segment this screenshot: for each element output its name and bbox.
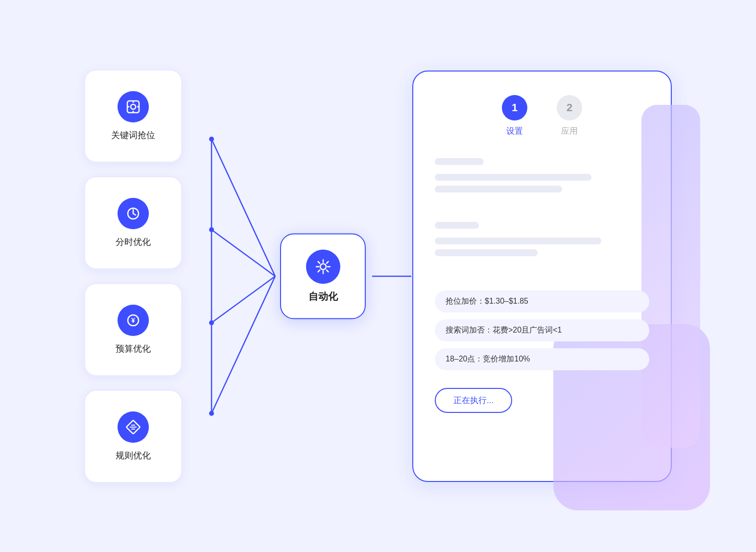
right-connector — [372, 275, 411, 278]
svg-line-32 — [318, 270, 320, 272]
svg-text:¥: ¥ — [131, 316, 135, 324]
placeholder-line-4 — [435, 222, 479, 229]
feature-card-rule[interactable]: 规则优化 — [84, 390, 182, 483]
info-tag-1: 搜索词加否：花费>20且广告词<1 — [435, 319, 649, 341]
steps-header: 1 设置 2 应用 — [435, 95, 649, 137]
svg-point-22 — [209, 320, 214, 325]
feature-card-time[interactable]: 分时优化 — [84, 176, 182, 269]
right-panel: 1 设置 2 应用 — [412, 71, 672, 482]
feature-card-budget[interactable]: ¥ 预算优化 — [84, 283, 182, 376]
svg-line-8 — [133, 214, 136, 215]
budget-icon: ¥ — [118, 305, 149, 336]
svg-point-20 — [209, 137, 214, 142]
step-2: 2 应用 — [557, 95, 582, 137]
rule-icon — [118, 411, 149, 443]
keyword-icon — [118, 91, 149, 122]
svg-line-30 — [327, 270, 329, 272]
section-1-placeholders — [435, 158, 649, 197]
keyword-label: 关键词抢位 — [111, 129, 155, 141]
svg-point-23 — [209, 411, 214, 416]
svg-line-31 — [327, 262, 329, 264]
placeholder-line-6 — [435, 249, 538, 256]
feature-cards-group: 关键词抢位 分时优化 ¥ 预算优化 — [84, 70, 182, 483]
automation-box[interactable]: 自动化 — [280, 233, 366, 319]
info-tag-2: 18–20点：竞价增加10% — [435, 348, 649, 370]
svg-point-24 — [320, 264, 326, 269]
placeholder-line-5 — [435, 238, 601, 244]
svg-line-18 — [212, 276, 275, 323]
feature-card-keyword[interactable]: 关键词抢位 — [84, 70, 182, 163]
placeholder-line-3 — [435, 186, 562, 192]
execute-button[interactable]: 正在执行... — [435, 388, 512, 413]
budget-label: 预算优化 — [116, 343, 151, 355]
svg-point-1 — [131, 104, 136, 109]
main-scene: 关键词抢位 分时优化 ¥ 预算优化 — [84, 44, 672, 509]
step-2-label: 应用 — [561, 125, 578, 137]
step-1: 1 设置 — [502, 95, 527, 137]
step-1-circle: 1 — [502, 95, 527, 120]
svg-line-16 — [212, 139, 275, 276]
info-tags-group: 抢位加价：$1.30–$1.85 搜索词加否：花费>20且广告词<1 18–20… — [435, 290, 649, 370]
time-label: 分时优化 — [116, 236, 151, 248]
step-2-circle: 2 — [557, 95, 582, 120]
placeholder-line-2 — [435, 174, 591, 181]
svg-point-21 — [209, 227, 214, 232]
svg-line-19 — [212, 276, 275, 413]
rule-label: 规则优化 — [116, 450, 151, 461]
step-1-label: 设置 — [506, 125, 523, 137]
placeholder-line-1 — [435, 158, 484, 165]
step-1-number: 1 — [512, 101, 518, 114]
svg-line-29 — [318, 262, 320, 264]
info-tag-0: 抢位加价：$1.30–$1.85 — [435, 290, 649, 312]
section-2-placeholders — [435, 222, 649, 261]
automation-label: 自动化 — [308, 289, 338, 303]
automation-icon — [306, 249, 340, 284]
svg-line-17 — [212, 230, 275, 276]
time-icon — [118, 198, 149, 229]
step-2-number: 2 — [567, 101, 572, 114]
